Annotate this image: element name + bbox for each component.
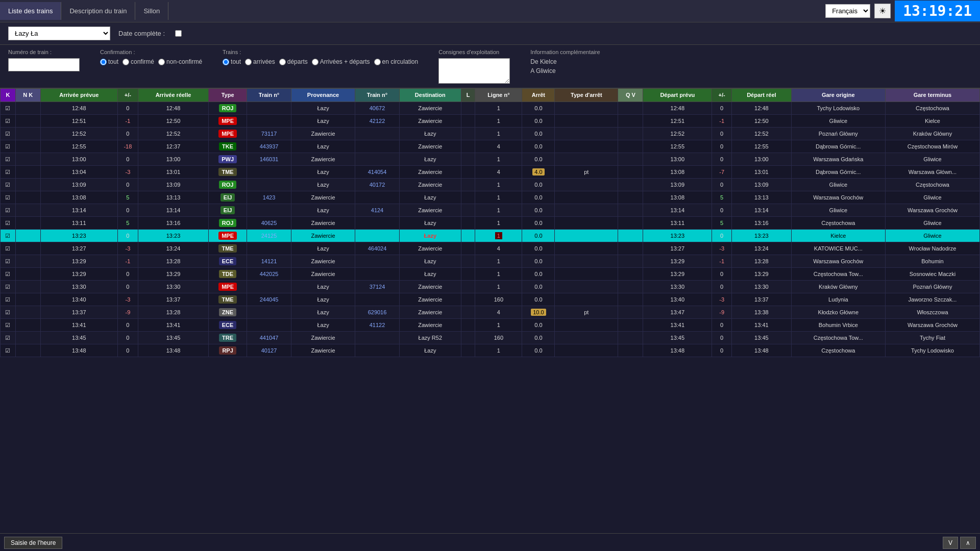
cell-gare-orig: Poznań Główny — [791, 128, 885, 140]
cell-plus-arr: 0 — [117, 332, 138, 344]
cell-dest: Łazy — [399, 255, 461, 268]
trains-arrivees-departs[interactable]: Arrivées + départs — [312, 58, 370, 65]
cell-arret: 0.0 — [522, 230, 555, 242]
conf-tout[interactable]: tout — [100, 58, 118, 65]
nav-up-button[interactable]: ∧ — [960, 537, 976, 549]
cell-k[interactable]: ☑ — [1, 128, 16, 140]
cell-prov: Łazy — [291, 281, 355, 293]
type-badge: TKE — [219, 142, 236, 151]
train-number-label: Numéro de train : — [8, 49, 80, 55]
train-number-group: Numéro de train : — [8, 49, 80, 71]
cell-plus-arr: -18 — [117, 140, 138, 153]
cell-qv — [618, 102, 643, 115]
cell-k[interactable]: ☑ — [1, 255, 16, 268]
table-row[interactable]: ☑ 12:48 0 12:48 ROJ Łazy 40672 Zawiercie… — [1, 102, 980, 115]
cell-k[interactable]: ☑ — [1, 319, 16, 332]
cell-gare-orig: KATOWICE MUC... — [791, 242, 885, 255]
table-row[interactable]: ☑ 12:51 -1 12:50 MPE Łazy 42122 Zawierci… — [1, 115, 980, 128]
nav-down-button[interactable]: V — [943, 537, 958, 549]
cell-arr-prev: 13:04 — [40, 166, 117, 179]
cell-k[interactable]: ☑ — [1, 230, 16, 242]
cell-ligne: 1 — [475, 128, 522, 140]
table-row[interactable]: ☑ 13:04 -3 13:01 TME Łazy 414054 Zawierc… — [1, 166, 980, 179]
cell-k[interactable]: ☑ — [1, 306, 16, 319]
table-row[interactable]: ☑ 13:00 0 13:00 PWJ 146031 Zawiercie Łaz… — [1, 153, 980, 166]
table-row[interactable]: ☑ 12:55 -18 12:37 TKE 443937 Łazy Zawier… — [1, 140, 980, 153]
consignes-input[interactable] — [438, 58, 510, 84]
theme-button[interactable]: ☀ — [874, 4, 891, 18]
date-checkbox[interactable] — [175, 30, 182, 37]
cell-dep-real: 13:24 — [732, 242, 792, 255]
cell-k[interactable]: ☑ — [1, 204, 16, 217]
cell-gare-orig: Warszawa Grochów — [791, 255, 885, 268]
saisie-heure-button[interactable]: Saisie de l'heure — [4, 537, 62, 549]
cell-k[interactable]: ☑ — [1, 102, 16, 115]
table-row[interactable]: ☑ 13:40 -3 13:37 TME 244045 Łazy Zawierc… — [1, 293, 980, 306]
table-row[interactable]: ☑ 13:45 0 13:45 TRE 441047 Zawiercie Łaz… — [1, 332, 980, 344]
tab-liste-trains[interactable]: Liste des trains — [0, 2, 61, 20]
cell-k[interactable]: ☑ — [1, 115, 16, 128]
cell-k[interactable]: ☑ — [1, 332, 16, 344]
cell-gare-term: Kielce — [885, 115, 979, 128]
table-row[interactable]: ☑ 13:09 0 13:09 ROJ Łazy 40172 Zawiercie… — [1, 179, 980, 191]
table-row[interactable]: ☑ 13:27 -3 13:24 TME Łazy 464024 Zawierc… — [1, 242, 980, 255]
cell-k[interactable]: ☑ — [1, 344, 16, 357]
cell-k[interactable]: ☑ — [1, 293, 16, 306]
table-row[interactable]: ☑ 12:52 0 12:52 MPE 73117 Zawiercie Łazy… — [1, 128, 980, 140]
cell-prov: Łazy — [291, 204, 355, 217]
cell-dep-prev: 13:14 — [643, 204, 712, 217]
cell-plus-arr: 0 — [117, 281, 138, 293]
table-row[interactable]: ☑ 13:41 0 13:41 ECE Łazy 41122 Zawiercie… — [1, 319, 980, 332]
trains-tout[interactable]: tout — [223, 58, 241, 65]
cell-plus-dep: 0 — [712, 153, 732, 166]
trains-en-circulation[interactable]: en circulation — [374, 58, 419, 65]
train-number-input[interactable] — [8, 58, 80, 71]
cell-k[interactable]: ☑ — [1, 217, 16, 230]
cell-gare-orig: Dąbrowa Górnic... — [791, 166, 885, 179]
table-row[interactable]: ☑ 13:30 0 13:30 MPE Łazy 37124 Zawiercie… — [1, 281, 980, 293]
conf-confirme[interactable]: confirmé — [122, 58, 154, 65]
trains-arrivees[interactable]: arrivées — [245, 58, 275, 65]
table-row[interactable]: ☑ 13:29 0 13:29 TDE 442025 Zawiercie Łaz… — [1, 268, 980, 281]
cell-k[interactable]: ☑ — [1, 179, 16, 191]
cell-train-dest — [355, 230, 400, 242]
table-row[interactable]: ☑ 13:29 -1 13:28 ECE 14121 Zawiercie Łaz… — [1, 255, 980, 268]
cell-k[interactable]: ☑ — [1, 140, 16, 153]
cell-nk — [15, 217, 40, 230]
table-row[interactable]: ☑ 13:48 0 13:48 RPJ 40127 Zawiercie Łazy… — [1, 344, 980, 357]
language-select[interactable]: Français — [825, 4, 870, 18]
cell-arr-prev: 13:29 — [40, 268, 117, 281]
station-select[interactable]: Łazy Ła — [8, 27, 110, 40]
cell-dep-prev: 13:41 — [643, 319, 712, 332]
cell-dest: Zawiercie — [399, 306, 461, 319]
cell-dep-prev: 13:08 — [643, 191, 712, 204]
train-table: K N K Arrivée prévue +/- Arrivée réelle … — [0, 88, 980, 357]
cell-k[interactable]: ☑ — [1, 268, 16, 281]
cell-prov: Łazy — [291, 319, 355, 332]
table-row[interactable]: ☑ 13:11 5 13:16 ROJ 40625 Zawiercie Łazy… — [1, 217, 980, 230]
col-depart-prevu: Départ prévu — [643, 89, 712, 102]
cell-train-prov: 40625 — [247, 217, 291, 230]
cell-ligne: 4 — [475, 166, 522, 179]
cell-train-dest: 464024 — [355, 242, 400, 255]
cell-arret: 0.0 — [522, 128, 555, 140]
cell-k[interactable]: ☑ — [1, 281, 16, 293]
table-row[interactable]: ☑ 13:14 0 13:14 EIJ Łazy 4124 Zawiercie … — [1, 204, 980, 217]
table-row[interactable]: ☑ 13:23 0 13:23 MPE 24125 Zawiercie Łazy… — [1, 230, 980, 242]
cell-k[interactable]: ☑ — [1, 242, 16, 255]
cell-k[interactable]: ☑ — [1, 166, 16, 179]
conf-non-confirme[interactable]: non-confirmé — [158, 58, 202, 65]
cell-l — [461, 140, 475, 153]
cell-train-prov: 442025 — [247, 268, 291, 281]
cell-train-dest — [355, 268, 400, 281]
tab-sillon[interactable]: Sillon — [135, 2, 168, 20]
table-row[interactable]: ☑ 13:08 5 13:13 EIJ 1423 Zawiercie Łazy … — [1, 191, 980, 204]
cell-k[interactable]: ☑ — [1, 153, 16, 166]
trains-departs[interactable]: départs — [279, 58, 308, 65]
table-row[interactable]: ☑ 13:37 -9 13:28 ZNE Łazy 629016 Zawierc… — [1, 306, 980, 319]
tab-description-train[interactable]: Description du train — [61, 2, 135, 20]
cell-arr-real: 12:52 — [138, 128, 208, 140]
cell-gare-term: Wrocław Nadodrze — [885, 242, 979, 255]
cell-k[interactable]: ☑ — [1, 191, 16, 204]
cell-nk — [15, 319, 40, 332]
